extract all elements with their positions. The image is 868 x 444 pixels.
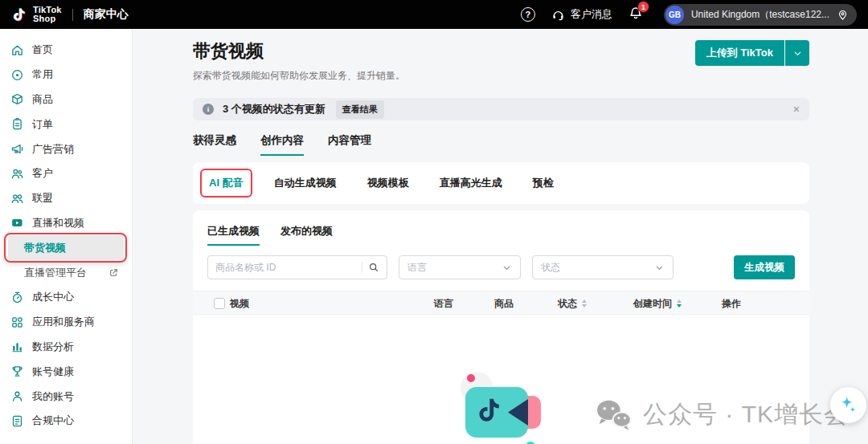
marketing-icon [10,142,24,156]
column-header: 商品 [494,291,514,316]
column-label: 语言 [434,297,453,311]
sort-control[interactable] [677,299,682,308]
generate-video-button[interactable]: 生成视频 [734,255,795,279]
app-title: 商家中心 [84,7,129,22]
sidebar-item[interactable]: 账号健康 [0,359,132,384]
sidebar-item-label: 数据分析 [32,340,74,354]
content-card: 已生成视频发布的视频 语言 状态 生成视频 视频语 [193,210,809,444]
select-all-checkbox[interactable] [214,298,225,309]
chevron-down-icon [502,263,512,273]
page-tab[interactable]: 创作内容 [260,133,304,156]
sidebar-item-label: 直播和视频 [32,216,84,230]
column-header: 创建时间 [633,291,682,316]
notifications-button[interactable]: 1 [628,6,643,23]
sidebar-nav: 首页常用商品订单广告营销客户联盟直播和视频带货视频直播管理平台成长中心应用和服务… [0,29,133,444]
affiliate-icon [10,192,24,206]
language-select-placeholder: 语言 [407,261,427,275]
chevron-down-icon [654,263,665,273]
sidebar-item[interactable]: 联盟 [0,186,132,211]
main-area: 带货视频 探索带货视频能如何帮助你发展业务、提升销量。 上传到 TikTok i… [133,29,868,444]
help-icon[interactable]: ? [521,7,535,22]
upload-split-button: 上传到 TikTok [695,40,809,66]
sidebar-item[interactable]: 商品 [0,88,132,112]
page-tab[interactable]: 内容管理 [328,133,371,156]
sidebar-item[interactable]: 成长中心 [0,285,132,310]
feature-tab[interactable]: AI 配音 [209,176,244,190]
sidebar-item[interactable]: 客户 [0,161,132,186]
sidebar-item-label: 应用和服务商 [32,315,95,329]
column-header: 视频 [230,291,249,316]
feature-tabs-card: AI 配音自动生成视频视频模板直播高光生成预检 [193,162,809,204]
column-label: 状态 [558,297,577,311]
banner-message: 3 个视频的状态有更新 [223,102,326,116]
customer-messages-label: 客户消息 [571,7,612,22]
sidebar-item[interactable]: 常用 [0,63,132,88]
feature-tab[interactable]: 预检 [533,176,554,190]
info-icon: i [203,104,214,115]
sidebar-item-label: 合规中心 [32,413,74,428]
sidebar-item[interactable]: 应用和服务商 [0,310,132,335]
sidebar-item[interactable]: 合规中心 [0,409,132,434]
column-label: 商品 [494,297,514,311]
column-label: 视频 [230,297,249,311]
close-icon[interactable]: × [793,104,800,115]
external-link-icon [108,267,119,278]
sidebar-item[interactable]: 数据分析 [0,335,132,360]
feature-tab[interactable]: 视频模板 [367,176,409,190]
account-label: United Kingdom（testcase122... [691,8,829,22]
sidebar-item-label: 广告营销 [32,142,74,157]
ai-assistant-button[interactable] [830,387,866,423]
sidebar-item[interactable]: 订单 [0,112,132,136]
view-results-button[interactable]: 查看结果 [336,100,384,119]
sort-control[interactable] [582,299,587,308]
filter-row: 语言 状态 生成视频 [207,255,795,279]
feature-tab[interactable]: 自动生成视频 [274,176,337,190]
search-input[interactable] [215,262,356,273]
annotation-box [200,169,252,198]
product-search-box [207,255,387,279]
sidebar-item-label: 账号健康 [32,365,74,379]
sidebar-item-label: 常用 [32,67,53,82]
sidebar-item[interactable]: 我的账号 [0,384,132,409]
status-select-placeholder: 状态 [541,261,560,275]
growth-center-icon [10,291,24,304]
status-select[interactable]: 状态 [532,255,674,279]
sparkle-icon [837,394,859,416]
divider [72,9,73,21]
live-video-icon [10,216,24,230]
sidebar-item-label: 我的账号 [32,389,74,404]
search-icon[interactable] [368,262,379,273]
upload-to-tiktok-button[interactable]: 上传到 TikTok [695,40,784,66]
video-list-tab[interactable]: 已生成视频 [207,224,260,246]
orders-icon [10,117,24,131]
sidebar-item-label: 联盟 [32,191,53,206]
language-select[interactable]: 语言 [399,255,521,279]
column-header: 操作 [722,291,741,316]
sidebar-item-label: 订单 [32,117,53,132]
page-subtitle: 探索带货视频能如何帮助你发展业务、提升销量。 [193,69,809,83]
sidebar-item[interactable]: 首页 [0,38,132,63]
page-tab[interactable]: 获得灵感 [193,133,236,156]
compliance-icon [10,414,24,428]
logo-text: TikTok Shop [33,6,62,23]
feature-tab[interactable]: 直播高光生成 [440,176,502,190]
column-label: 操作 [722,297,741,311]
sidebar-item[interactable]: 直播管理平台 [0,260,132,285]
column-label: 创建时间 [633,297,672,311]
tiktok-note-icon [11,6,27,23]
sidebar-item[interactable]: 直播和视频 [0,211,132,236]
video-list-tab[interactable]: 发布的视频 [280,224,333,246]
location-pin-icon [837,9,849,21]
tiktok-shop-logo[interactable]: TikTok Shop [11,6,62,23]
sidebar-item[interactable]: 广告营销 [0,136,132,161]
column-header: 语言 [434,291,453,316]
empty-state-illustration [437,361,566,444]
upload-dropdown-button[interactable] [785,40,809,66]
country-flag: GB [665,6,684,24]
account-selector[interactable]: GB United Kingdom（testcase122... [664,4,857,26]
sidebar-item-label: 带货视频 [24,241,66,255]
sidebar-item-label: 直播管理平台 [24,266,87,280]
sidebar-item[interactable]: 带货视频 [8,235,124,260]
notification-badge: 1 [637,1,649,13]
customer-messages-button[interactable]: 客户消息 [551,7,612,22]
